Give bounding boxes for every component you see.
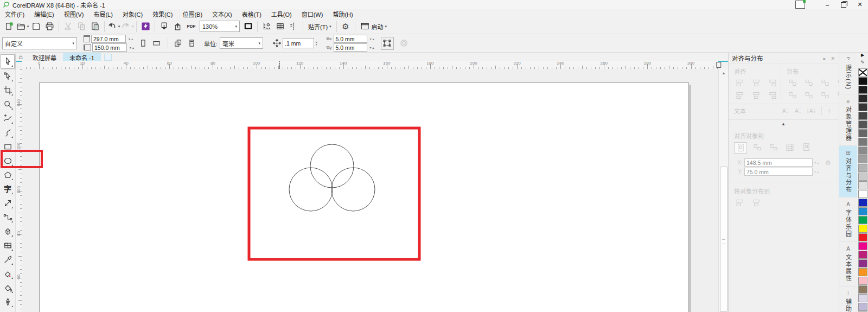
freehand-tool[interactable] <box>1 112 14 125</box>
ruler-settings-icon[interactable] <box>715 61 724 68</box>
copy-button[interactable] <box>75 20 88 33</box>
extrude-tool[interactable] <box>1 225 14 238</box>
home-icon[interactable]: ⌂ <box>15 54 26 61</box>
menu-item-7[interactable]: 文本(X) <box>207 9 237 20</box>
color-swatch[interactable] <box>858 251 867 259</box>
palette-eyedropper-icon[interactable]: ✎ <box>857 60 868 68</box>
docker-tab-align-distribute[interactable]: ⊞对齐与分布 <box>839 146 857 198</box>
menu-item-11[interactable]: 帮助(H) <box>328 9 358 20</box>
landscape-button[interactable] <box>150 37 162 49</box>
menu-item-6[interactable]: 位图(B) <box>177 9 207 20</box>
pick-tool[interactable] <box>1 54 15 68</box>
portrait-button[interactable] <box>137 37 149 49</box>
drawn-circle-left[interactable] <box>289 168 333 211</box>
docker-tab-hints[interactable]: ?提示(N) <box>839 53 857 94</box>
color-swatch[interactable] <box>858 181 867 189</box>
interactive-fill-tool[interactable] <box>1 281 14 294</box>
color-swatch[interactable] <box>858 129 867 137</box>
transparency-tool[interactable] <box>1 239 14 252</box>
tab-untitled-1[interactable]: 未命名 -1 <box>63 53 101 61</box>
color-swatch[interactable] <box>858 285 867 294</box>
color-swatch[interactable] <box>858 259 867 268</box>
export-button[interactable] <box>171 20 184 33</box>
docker-grid-button[interactable] <box>803 90 815 100</box>
close-button[interactable]: ✕ <box>852 0 868 9</box>
color-swatch[interactable] <box>858 164 867 172</box>
show-rulers-button[interactable] <box>260 20 273 33</box>
treat-as-filled-button[interactable] <box>381 37 394 50</box>
crop-tool[interactable] <box>1 84 14 97</box>
scrollbar-thumb[interactable] <box>720 167 727 312</box>
docker-close-icon[interactable]: ✕ <box>831 56 835 61</box>
page-height-field[interactable]: 150.0 mm <box>92 43 127 52</box>
shape-tool[interactable] <box>1 69 14 82</box>
align-text-baseline-last-button[interactable]: A⁚ <box>795 107 802 114</box>
docker-grid-button[interactable] <box>750 198 762 208</box>
minimize-button[interactable]: – <box>819 0 835 9</box>
menu-item-2[interactable]: 视图(V) <box>59 9 89 20</box>
align-text-crosshair-button[interactable]: ＋ <box>821 106 833 115</box>
zoom-tool[interactable] <box>1 98 14 111</box>
application-launcher-button[interactable] <box>139 20 152 33</box>
connector-tool[interactable] <box>1 211 14 224</box>
color-swatch[interactable] <box>858 120 867 129</box>
drawing-canvas[interactable] <box>22 69 718 312</box>
docker-flyout-icon[interactable]: ▸ <box>824 56 826 61</box>
import-button[interactable] <box>157 20 171 33</box>
color-swatch[interactable] <box>858 242 867 250</box>
no-color-swatch[interactable] <box>858 68 867 77</box>
show-guidelines-button[interactable] <box>287 20 301 33</box>
drawn-circle-top[interactable] <box>310 144 354 188</box>
all-pages-button[interactable] <box>172 37 184 49</box>
outline-tool[interactable] <box>1 295 14 308</box>
horizontal-ruler[interactable]: 0204060801001201401601802002202402602803… <box>22 61 718 69</box>
align-text-baseline-first-button[interactable]: A⁚ <box>782 107 789 114</box>
page-width-field[interactable]: 297.0 mm <box>91 35 126 43</box>
duplicate-y-field[interactable]: 5.0 mm <box>334 43 367 52</box>
snap-to-menu[interactable]: 贴齐(T)▾ <box>305 21 334 33</box>
color-swatch[interactable] <box>858 207 867 215</box>
print-button[interactable] <box>43 20 56 33</box>
docker-tab-object-manager[interactable]: ≡对象管理器 <box>839 94 857 146</box>
docker-grid-button[interactable] <box>803 78 815 88</box>
units-select[interactable]: 毫米▾ <box>220 37 263 49</box>
docker-grid-button[interactable] <box>784 142 796 154</box>
menu-item-9[interactable]: 工具(O) <box>266 9 297 20</box>
color-swatch[interactable] <box>858 277 867 285</box>
cut-button[interactable] <box>61 20 75 33</box>
docker-tab-text-properties[interactable]: A文本属性 <box>839 242 857 286</box>
menu-item-1[interactable]: 编辑(E) <box>29 9 59 20</box>
account-icon[interactable] <box>795 1 805 9</box>
docker-grid-button[interactable] <box>768 142 780 154</box>
docker-grid-button[interactable] <box>787 78 799 88</box>
color-swatch[interactable] <box>858 138 867 146</box>
docker-grid-button[interactable] <box>767 78 778 88</box>
nudge-field[interactable]: .1 mm <box>283 38 314 48</box>
docker-tab-font-playground[interactable]: A字体乐园 <box>839 198 857 242</box>
y-coordinate-field[interactable]: 75.0 mm <box>744 168 813 176</box>
color-swatch[interactable] <box>858 216 867 224</box>
menu-item-3[interactable]: 布局(L) <box>88 9 117 20</box>
scroll-up-arrow[interactable]: ▲ <box>719 69 729 77</box>
eyedropper-tool[interactable] <box>1 253 14 266</box>
color-swatch[interactable] <box>858 155 867 163</box>
publish-pdf-button[interactable]: PDF <box>184 20 198 33</box>
duplicate-x-field[interactable]: 5.0 mm <box>334 35 367 43</box>
docker-grid-button[interactable] <box>734 142 747 154</box>
color-swatch[interactable] <box>858 294 867 302</box>
color-swatch[interactable] <box>858 233 867 241</box>
docker-grid-button[interactable] <box>750 90 762 100</box>
text-tool[interactable]: 字 <box>1 182 14 195</box>
docker-grid-button[interactable] <box>787 90 799 100</box>
docker-grid-button[interactable] <box>819 90 831 100</box>
current-page-button[interactable] <box>186 37 197 49</box>
align-text-bounding-button[interactable]: ⁞A⁞ <box>807 107 816 114</box>
menu-item-5[interactable]: 效果(C) <box>148 9 177 20</box>
menu-item-4[interactable]: 对象(C) <box>118 9 148 20</box>
docker-grid-button[interactable] <box>819 78 831 88</box>
color-swatch[interactable] <box>858 94 867 103</box>
color-swatch[interactable] <box>858 173 867 181</box>
undo-button[interactable]: ▾ <box>107 20 120 33</box>
color-swatch[interactable] <box>858 199 867 207</box>
new-document-button[interactable] <box>2 20 16 33</box>
